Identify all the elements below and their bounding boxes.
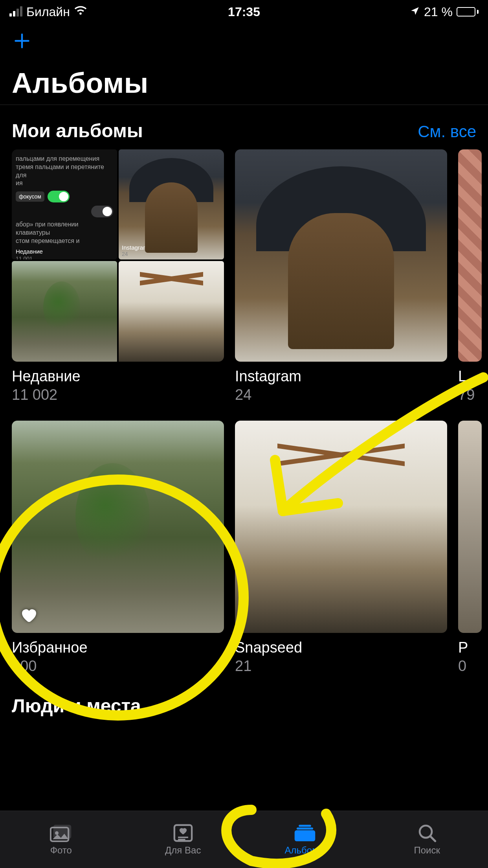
album-partial-2[interactable]: P 0 <box>458 421 482 675</box>
nav-bar <box>0 24 488 55</box>
collage-tile-door: Instagram 24 <box>119 149 224 259</box>
toggle-on-icon <box>48 191 70 202</box>
status-right: 21 % <box>410 5 479 19</box>
svg-rect-10 <box>295 830 316 841</box>
tab-search[interactable]: Поиск <box>366 811 488 868</box>
album-thumbnail <box>458 149 482 362</box>
carrier-label: Билайн <box>26 5 70 19</box>
add-album-button[interactable] <box>12 31 32 51</box>
see-all-link[interactable]: См. все <box>418 122 476 141</box>
section-header-people-places: Люди и места <box>0 675 488 721</box>
collage-tile-workshop <box>119 261 224 362</box>
section-title: Люди и места <box>12 695 476 717</box>
album-count: 400 <box>12 658 224 675</box>
tab-for-you[interactable]: Для Вас <box>122 811 244 868</box>
album-thumbnail: пальцами для перемещения тремя пальцами … <box>12 149 224 362</box>
mini-pill: фокусом <box>16 191 44 202</box>
tab-label: Фото <box>50 845 72 856</box>
mini-text: пальцами для перемещения <box>16 155 113 163</box>
mini-caption: Недавние <box>16 248 113 256</box>
album-name: Избранное <box>12 639 224 656</box>
mini-caption: Instagram <box>122 244 148 251</box>
tab-albums[interactable]: Альбомы <box>244 811 366 868</box>
album-favourites[interactable]: Избранное 400 <box>12 421 224 675</box>
battery-icon <box>457 7 479 17</box>
album-thumbnail <box>235 149 447 362</box>
mini-text: ия <box>16 179 113 188</box>
album-name: Недавние <box>12 368 224 385</box>
album-name: Instagram <box>235 368 447 385</box>
toggle-off-icon <box>91 206 113 217</box>
search-icon <box>416 824 438 842</box>
album-thumbnail <box>12 421 224 633</box>
clock: 17:35 <box>228 5 260 19</box>
album-count: 0 <box>458 658 482 675</box>
for-you-icon <box>172 824 194 842</box>
svg-rect-8 <box>299 825 312 827</box>
photos-icon <box>50 824 72 842</box>
svg-rect-9 <box>297 828 313 829</box>
plus-icon <box>13 32 31 50</box>
album-count: 11 002 <box>12 386 224 403</box>
page-title: Альбомы <box>0 55 488 105</box>
album-instagram[interactable]: Instagram 24 <box>235 149 447 403</box>
album-thumbnail <box>458 421 482 633</box>
collage-tile-garden <box>12 261 117 362</box>
collage-tile-settings: пальцами для перемещения тремя пальцами … <box>12 149 117 259</box>
mini-sub: 24 <box>122 251 148 257</box>
location-icon <box>410 5 420 19</box>
album-recents[interactable]: пальцами для перемещения тремя пальцами … <box>12 149 224 403</box>
mini-text: абор» при появлении клавиатуры <box>16 221 113 237</box>
mini-text: стом перемещается и <box>16 237 113 245</box>
mini-text: тремя пальцами и перетяните для <box>16 163 113 180</box>
album-name: Snapseed <box>235 639 447 656</box>
section-header-my-albums: Мои альбомы См. все <box>0 114 488 149</box>
tab-label: Альбомы <box>285 845 325 856</box>
section-title: Мои альбомы <box>12 120 143 142</box>
album-snapseed[interactable]: Snapseed 21 <box>235 421 447 675</box>
status-left: Билайн <box>9 4 87 20</box>
divider <box>0 105 488 105</box>
album-partial-1[interactable]: L 79 <box>458 149 482 403</box>
album-name: P <box>458 639 482 656</box>
svg-line-12 <box>430 836 435 841</box>
tab-bar: Фото Для Вас Альбомы Поиск <box>0 811 488 868</box>
mini-sub: 11 001 <box>16 255 113 259</box>
tab-photos[interactable]: Фото <box>0 811 122 868</box>
tab-label: Для Вас <box>165 845 201 856</box>
status-bar: Билайн 17:35 21 % <box>0 0 488 24</box>
tab-label: Поиск <box>414 845 440 856</box>
album-count: 21 <box>235 658 447 675</box>
albums-row-1: пальцами для перемещения тремя пальцами … <box>0 149 488 403</box>
svg-point-4 <box>55 831 59 835</box>
albums-row-2: Избранное 400 Snapseed 21 P 0 <box>0 421 488 675</box>
wifi-icon <box>74 4 87 20</box>
album-count: 24 <box>235 386 447 403</box>
album-thumbnail <box>235 421 447 633</box>
cellular-signal-icon <box>9 7 22 17</box>
albums-icon <box>294 824 316 842</box>
album-count: 79 <box>458 386 482 403</box>
heart-icon <box>19 605 38 626</box>
battery-percentage: 21 % <box>424 5 453 19</box>
album-name: L <box>458 368 482 385</box>
